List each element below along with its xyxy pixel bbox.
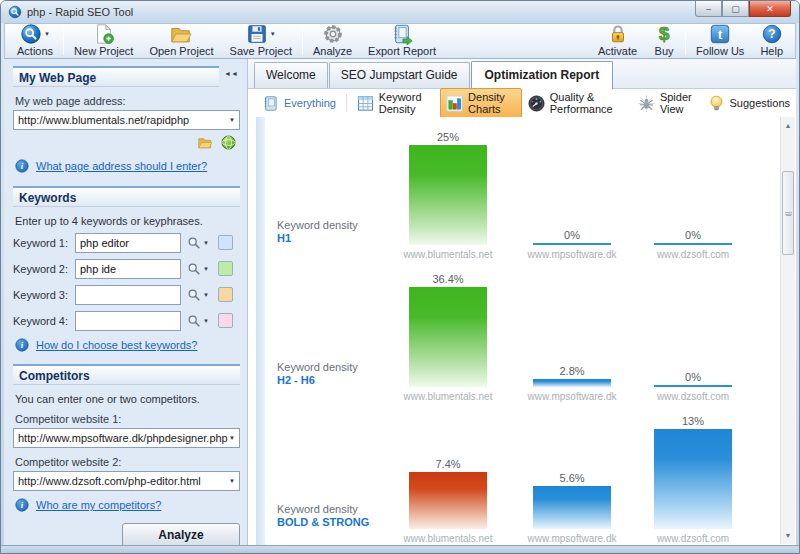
- keyword-3-color-swatch[interactable]: [218, 287, 233, 302]
- site-label: www.dzsoft.com: [613, 391, 773, 402]
- svg-text:t: t: [718, 27, 723, 42]
- bar-column: 25%: [409, 131, 487, 245]
- keyword-2-color-swatch[interactable]: [218, 261, 233, 276]
- competitors-help-link[interactable]: Who are my competitors?: [36, 499, 161, 511]
- open-in-browser-globe-icon[interactable]: [221, 135, 236, 150]
- scrollbar-thumb[interactable]: [782, 171, 794, 255]
- new-project-icon: [93, 24, 115, 44]
- competitor-1-combobox[interactable]: http://www.mpsoftware.dk/phpdesigner.php…: [13, 428, 240, 448]
- bar-column: 36.4%: [409, 273, 487, 387]
- bar-column: 0%: [533, 229, 611, 245]
- minimize-button[interactable]: –: [695, 1, 722, 17]
- dollar-icon: $: [653, 24, 675, 44]
- density-bar: [533, 486, 611, 529]
- bar-chart-icon: [446, 95, 463, 112]
- actions-button[interactable]: ▼ Actions: [9, 24, 61, 58]
- tab-seo-jumpstart-guide[interactable]: SEO Jumpstart Guide: [329, 62, 470, 88]
- filter-separator: [346, 94, 347, 112]
- window-bottom-frame: [1, 545, 799, 553]
- save-project-icon: ▼: [246, 24, 276, 44]
- keywords-hint: Enter up to 4 keywords or keyphrases.: [15, 215, 238, 227]
- filter-quality-performance[interactable]: Quality & Performance: [522, 88, 632, 118]
- info-icon: i: [15, 338, 29, 352]
- tab-optimization-report[interactable]: Optimization Report: [471, 61, 614, 89]
- competitor-2-combobox[interactable]: http://www.dzsoft.com/php-editor.html ▼: [13, 471, 240, 491]
- main-content: Welcome SEO Jumpstart Guide Optimization…: [248, 59, 796, 545]
- info-icon: i: [15, 498, 29, 512]
- chevron-down-icon: ▼: [203, 318, 209, 324]
- keyword-search-button[interactable]: ▼: [187, 262, 209, 276]
- window-title: php - Rapid SEO Tool: [27, 6, 133, 18]
- scroll-down-arrow-icon[interactable]: ▼: [781, 528, 795, 543]
- scroll-up-arrow-icon[interactable]: ▲: [781, 118, 795, 133]
- follow-us-button[interactable]: t Follow Us: [688, 24, 752, 58]
- filter-suggestions[interactable]: Suggestions: [703, 92, 796, 115]
- tab-welcome[interactable]: Welcome: [254, 62, 328, 88]
- keyword-1-input[interactable]: php editor: [75, 233, 181, 253]
- svg-text:$: $: [659, 23, 670, 44]
- web-page-address-combobox[interactable]: http://www.blumentals.net/rapidphp ▼: [13, 110, 240, 130]
- section-header-keywords: Keywords: [13, 186, 240, 207]
- padlock-icon: [607, 24, 629, 44]
- sidebar: My Web Page ◄◄ My web page address: http…: [4, 59, 248, 545]
- page-address-help-link[interactable]: What page address should I enter?: [36, 160, 207, 172]
- density-bar: [409, 472, 487, 529]
- new-project-button[interactable]: New Project: [66, 24, 141, 58]
- chart-row-label: Keyword density H2 - H6: [277, 361, 358, 387]
- bar-value-label: 0%: [564, 229, 580, 241]
- keywords-help-link[interactable]: How do I choose best keywords?: [36, 339, 197, 351]
- section-header-my-web-page: My Web Page: [13, 66, 219, 87]
- title-bar: php - Rapid SEO Tool – ▢ ✕: [1, 1, 799, 23]
- bar-column: 13%: [654, 415, 732, 529]
- density-bar: [654, 243, 732, 245]
- keyword-4-input[interactable]: [75, 311, 181, 331]
- spider-icon: [638, 95, 655, 112]
- keyword-search-button[interactable]: ▼: [187, 288, 209, 302]
- chevron-down-icon: ▼: [229, 478, 235, 484]
- close-button[interactable]: ✕: [749, 1, 791, 17]
- bar-column: 2.8%: [533, 365, 611, 387]
- keyword-2-input[interactable]: php ide: [75, 259, 181, 279]
- density-bar: [409, 287, 487, 387]
- bar-column: 7.4%: [409, 458, 487, 529]
- bar-column: 5.6%: [533, 472, 611, 529]
- keyword-search-button[interactable]: ▼: [187, 314, 209, 328]
- keyword-1-color-swatch[interactable]: [218, 235, 233, 250]
- keyword-search-button[interactable]: ▼: [187, 236, 209, 250]
- analyze-button[interactable]: Analyze: [122, 523, 240, 545]
- vertical-scrollbar[interactable]: ▲ ▼: [780, 117, 795, 544]
- filter-density-charts[interactable]: Density Charts: [440, 88, 522, 118]
- keyword-row: Keyword 4: ▼: [13, 310, 240, 331]
- filter-spider-view[interactable]: Spider View: [632, 88, 704, 118]
- open-project-button[interactable]: Open Project: [141, 24, 221, 58]
- competitor-2-label: Competitor website 2:: [15, 456, 238, 468]
- export-report-button[interactable]: Export Report: [360, 24, 444, 58]
- collapse-sidebar-button[interactable]: ◄◄: [222, 66, 240, 82]
- chart-row-h1: Keyword density H1 25% www.blumentals.ne…: [265, 119, 778, 261]
- density-charts-panel: Keyword density H1 25% www.blumentals.ne…: [248, 117, 796, 545]
- help-button[interactable]: ? Help: [752, 24, 791, 58]
- chevron-down-icon: ▼: [229, 117, 235, 123]
- filter-keyword-density[interactable]: Keyword Density: [351, 88, 440, 118]
- browse-folder-icon[interactable]: [197, 135, 213, 150]
- analyze-toolbar-button[interactable]: Analyze: [305, 24, 360, 58]
- bar-column: 0%: [654, 229, 732, 245]
- report-filter-bar: Everything Keyword Density Density Chart…: [248, 89, 796, 117]
- buy-button[interactable]: $ Buy: [645, 24, 683, 58]
- density-bar: [654, 385, 732, 387]
- save-project-button[interactable]: ▼ Save Project: [222, 24, 300, 58]
- density-bar: [409, 145, 487, 245]
- bar-value-label: 25%: [437, 131, 459, 143]
- section-header-competitors: Competitors: [13, 364, 240, 385]
- density-bar: [533, 379, 611, 387]
- density-bar: [533, 243, 611, 245]
- keyword-3-input[interactable]: [75, 285, 181, 305]
- maximize-button[interactable]: ▢: [722, 1, 749, 17]
- bar-column: 0%: [654, 371, 732, 387]
- activate-button[interactable]: Activate: [590, 24, 645, 58]
- keyword-4-color-swatch[interactable]: [218, 313, 233, 328]
- filter-everything[interactable]: Everything: [256, 92, 342, 115]
- chart-row-label: Keyword density BOLD & STRONG: [277, 503, 369, 529]
- chevron-down-icon: ▼: [44, 31, 50, 37]
- grid-icon: [357, 95, 374, 112]
